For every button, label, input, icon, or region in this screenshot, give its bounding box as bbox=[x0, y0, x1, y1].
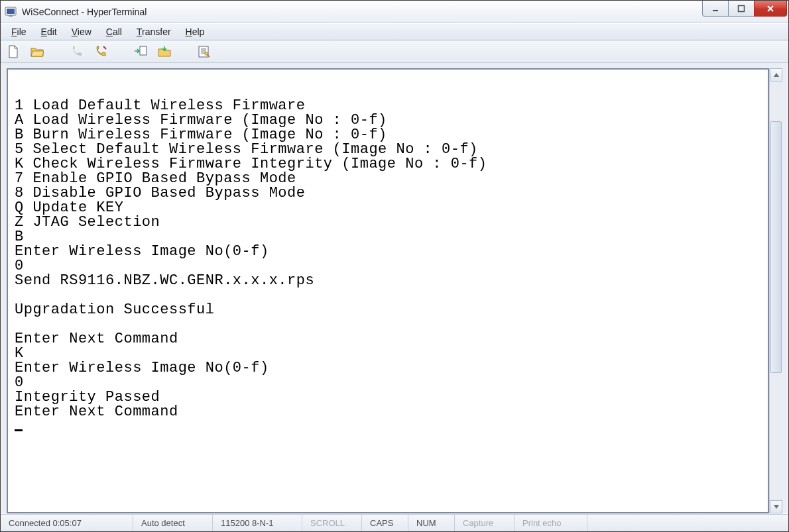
svg-rect-2 bbox=[9, 15, 13, 17]
send-file-icon[interactable] bbox=[132, 43, 149, 60]
properties-icon[interactable] bbox=[196, 43, 213, 60]
maximize-button[interactable] bbox=[728, 1, 755, 17]
terminal-frame: 1 Load Default Wireless Firmware A Load … bbox=[7, 68, 769, 513]
scroll-up-button[interactable] bbox=[770, 68, 782, 81]
status-autodetect: Auto detect bbox=[133, 515, 213, 531]
menu-call[interactable]: Call bbox=[99, 25, 129, 38]
client-area: 1 Load Default Wireless Firmware A Load … bbox=[1, 63, 788, 514]
receive-file-icon[interactable] bbox=[156, 43, 173, 60]
window-controls bbox=[703, 1, 787, 17]
scroll-track[interactable] bbox=[770, 81, 782, 500]
scroll-thumb[interactable] bbox=[770, 121, 782, 373]
status-connected: Connected 0:05:07 bbox=[1, 515, 133, 531]
menu-bar: File Edit View Call Transfer Help bbox=[1, 23, 788, 40]
vertical-scrollbar[interactable] bbox=[769, 68, 782, 513]
menu-edit[interactable]: Edit bbox=[34, 25, 64, 38]
app-window: WiSeConnect - HyperTerminal File Edit Vi… bbox=[0, 0, 789, 532]
terminal-output[interactable]: 1 Load Default Wireless Firmware A Load … bbox=[8, 70, 768, 512]
menu-help[interactable]: Help bbox=[179, 25, 212, 38]
open-folder-icon[interactable] bbox=[29, 43, 46, 60]
phone-connect-icon bbox=[68, 43, 86, 60]
terminal-cursor bbox=[15, 419, 23, 431]
status-scroll: SCROLL bbox=[302, 515, 362, 531]
menu-view[interactable]: View bbox=[65, 25, 98, 38]
status-bar: Connected 0:05:07 Auto detect 115200 8-N… bbox=[1, 514, 788, 531]
svg-rect-9 bbox=[199, 46, 208, 57]
menu-transfer[interactable]: Transfer bbox=[130, 25, 178, 38]
status-caps: CAPS bbox=[362, 515, 408, 531]
svg-rect-1 bbox=[7, 9, 15, 14]
status-echo: Print echo bbox=[515, 515, 587, 531]
svg-rect-8 bbox=[140, 46, 147, 55]
status-filler bbox=[587, 515, 788, 531]
status-port: 115200 8-N-1 bbox=[213, 515, 302, 531]
menu-file[interactable]: File bbox=[5, 25, 33, 38]
status-capture: Capture bbox=[455, 515, 515, 531]
svg-line-7 bbox=[103, 46, 106, 49]
status-num: NUM bbox=[408, 515, 455, 531]
app-icon bbox=[5, 6, 17, 18]
scroll-down-button[interactable] bbox=[770, 500, 782, 513]
close-button[interactable] bbox=[754, 1, 787, 17]
toolbar bbox=[1, 40, 788, 63]
svg-point-13 bbox=[205, 52, 208, 54]
svg-rect-4 bbox=[739, 5, 745, 11]
new-file-icon[interactable] bbox=[5, 43, 22, 60]
window-title: WiSeConnect - HyperTerminal bbox=[22, 7, 147, 17]
minimize-button[interactable] bbox=[702, 1, 729, 17]
phone-disconnect-icon[interactable] bbox=[92, 43, 109, 60]
title-bar: WiSeConnect - HyperTerminal bbox=[1, 1, 788, 23]
